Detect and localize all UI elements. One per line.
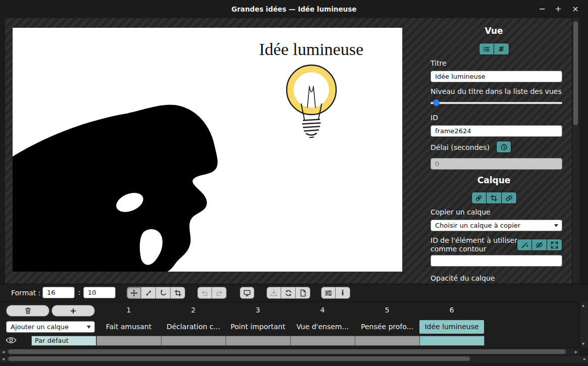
frame-number-5[interactable]: 5: [355, 306, 419, 314]
frame-title-4[interactable]: Vue d'ensem...: [290, 320, 355, 334]
timeout-enable-button[interactable]: [496, 141, 511, 153]
copy-layer-select[interactable]: Choisir un calque à copier: [431, 220, 562, 231]
layer-cell-5[interactable]: [355, 336, 420, 346]
titre-input[interactable]: [431, 71, 562, 82]
scroll-left-arrow[interactable]: ◂: [2, 356, 5, 361]
app-window: Grandes idées — Idée lumineuse − + × Idé…: [0, 0, 588, 366]
frame-number-2[interactable]: 2: [161, 306, 226, 314]
scroll-up-arrow[interactable]: ▴: [582, 303, 584, 308]
layer-cell-6[interactable]: [419, 336, 485, 346]
rotate-tool-button[interactable]: [156, 287, 171, 299]
frame-index-button[interactable]: #: [494, 43, 509, 55]
reload-button[interactable]: [281, 287, 296, 299]
properties-panel: Vue # Titre Niveau: [425, 18, 562, 284]
plus-icon: +: [70, 306, 76, 316]
lightbulb-drawing[interactable]: [287, 65, 336, 138]
title-level-slider[interactable]: [431, 99, 562, 107]
crop-icon: [174, 289, 182, 297]
sliders-icon: [325, 289, 332, 297]
info-button[interactable]: i: [336, 287, 350, 299]
delai-label: Délai (secondes): [431, 143, 490, 152]
scroll-right-arrow[interactable]: ▸: [583, 356, 586, 361]
hide-outline-button[interactable]: [532, 239, 547, 251]
preferences-button[interactable]: [321, 287, 336, 299]
download-icon: [270, 289, 278, 297]
add-layer-select[interactable]: Ajouter un calque: [6, 321, 95, 333]
window-scrollbar-thumb[interactable]: [8, 356, 470, 361]
add-frame-button[interactable]: +: [51, 305, 95, 317]
frame-id-input[interactable]: [431, 125, 562, 137]
pick-outline-button[interactable]: [517, 239, 532, 251]
link-icon: [475, 194, 483, 202]
zoom-tool-button[interactable]: [141, 287, 156, 299]
clock-icon: [500, 143, 508, 151]
layer-default-label[interactable]: Par défaut: [31, 336, 96, 346]
format-height-input[interactable]: [83, 287, 116, 298]
scroll-right-arrow[interactable]: ▸: [575, 349, 577, 354]
scroll-left-arrow[interactable]: ◂: [2, 349, 5, 354]
timeline-scrollbar-thumb[interactable]: [8, 349, 566, 354]
frame-title-5[interactable]: Pensée profo...: [355, 320, 419, 334]
layer-cell-1[interactable]: [96, 336, 162, 346]
preview-button[interactable]: [240, 287, 254, 299]
export-document-button[interactable]: [296, 287, 310, 299]
document-icon: [299, 289, 307, 297]
frame-number-3[interactable]: 3: [226, 306, 290, 314]
presentation-canvas[interactable]: Idée lumineuse: [13, 28, 402, 272]
slide-svg[interactable]: Idée lumineuse: [13, 28, 402, 272]
slide-title[interactable]: Idée lumineuse: [259, 40, 363, 59]
frame-number-6[interactable]: 6: [419, 306, 484, 314]
frame-number-1[interactable]: 1: [96, 306, 161, 314]
clip-layer-button[interactable]: [487, 192, 502, 204]
minimize-button[interactable]: −: [537, 0, 548, 18]
frame-list-button[interactable]: [479, 43, 494, 55]
sidebar-scrollbar[interactable]: [572, 18, 579, 284]
timeline-horizontal-scrollbar[interactable]: ◂ ▸: [0, 348, 579, 355]
outline-id-input[interactable]: [431, 255, 562, 267]
layer-visibility-toggle[interactable]: [6, 337, 17, 344]
translate-tool-button[interactable]: [127, 287, 141, 299]
eye-slash-icon: [536, 241, 543, 249]
save-button[interactable]: [266, 287, 281, 299]
silhouette-shape[interactable]: [13, 105, 218, 272]
slider-thumb[interactable]: [433, 99, 440, 106]
redo-button[interactable]: [212, 287, 227, 299]
list-icon: [483, 45, 490, 53]
copier-label: Copier un calque: [431, 208, 491, 217]
frame-title-2[interactable]: Déclaration c...: [161, 320, 226, 334]
move-icon: [130, 289, 138, 297]
niveau-label: Niveau du titre dans la liste des vues: [431, 87, 562, 96]
content-area: Idée lumineuse: [0, 18, 588, 284]
opacite-label: Opacité du calque: [431, 274, 495, 283]
format-width-input[interactable]: [42, 287, 75, 298]
hash-icon: #: [498, 45, 504, 53]
close-button[interactable]: ×: [570, 0, 581, 18]
erase-layer-button[interactable]: [502, 192, 517, 204]
slider-track[interactable]: [431, 102, 562, 104]
undo-button[interactable]: [197, 287, 212, 299]
clip-tool-button[interactable]: [171, 287, 185, 299]
layer-cell-2[interactable]: [161, 336, 226, 346]
expand-icon: [551, 241, 558, 249]
frame-title-1[interactable]: Fait amusant: [96, 320, 161, 334]
frame-number-4[interactable]: 4: [290, 306, 355, 314]
contour-label: ID de l'élément à utiliser comme contour: [431, 236, 521, 253]
timeline-vertical-scrollbar[interactable]: ▴ ▾: [579, 301, 588, 348]
id-label: ID: [431, 114, 438, 122]
layer-cell-4[interactable]: [290, 336, 355, 346]
scroll-down-arrow[interactable]: ▾: [582, 341, 584, 346]
fit-outline-button[interactable]: [547, 239, 562, 251]
delete-frame-button[interactable]: [6, 305, 49, 317]
frame-title-3[interactable]: Point important: [226, 320, 290, 334]
calque-section-header: Calque: [425, 175, 562, 185]
format-separator: :: [78, 288, 81, 297]
maximize-button[interactable]: +: [553, 0, 564, 18]
sidebar-scrollbar-thumb[interactable]: [573, 21, 578, 125]
window-title: Grandes idées — Idée lumineuse: [0, 0, 588, 18]
window-horizontal-scrollbar[interactable]: ◂ ▸: [0, 355, 588, 362]
frame-title-6[interactable]: Idée lumineuse: [419, 320, 484, 334]
link-layer-button[interactable]: [471, 192, 487, 204]
layer-cell-3[interactable]: [226, 336, 291, 346]
magic-wand-icon: [521, 241, 528, 249]
delay-input[interactable]: [431, 158, 562, 170]
